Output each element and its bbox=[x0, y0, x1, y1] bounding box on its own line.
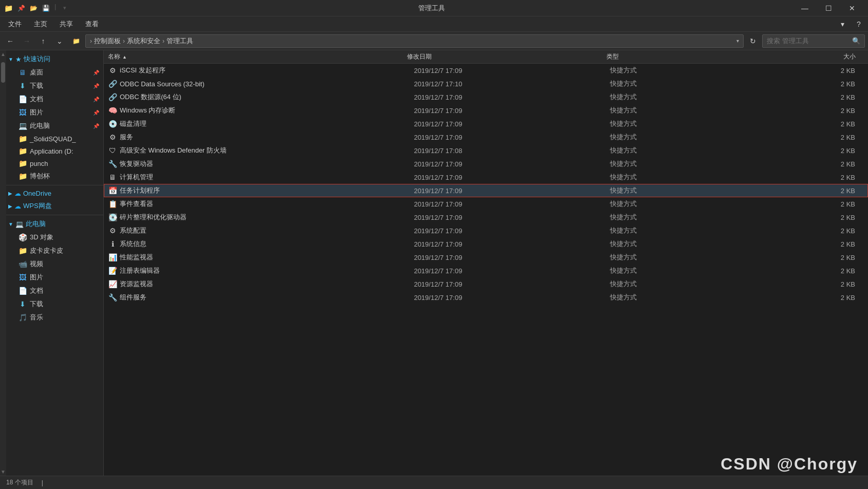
pin-button[interactable]: 📌 bbox=[15, 3, 27, 14]
forward-button[interactable]: → bbox=[20, 34, 34, 48]
address-box[interactable]: › 控制面板 › 系统和安全 › 管理工具 ▾ bbox=[85, 34, 744, 48]
sort-asc-icon: ▲ bbox=[122, 54, 127, 60]
address-path-segment1[interactable]: › bbox=[90, 37, 92, 45]
menu-view[interactable]: 查看 bbox=[79, 17, 105, 31]
table-row[interactable]: ℹ 系统信息 2019/12/7 17:09 快捷方式 2 KB bbox=[104, 237, 868, 251]
col-header-date[interactable]: 修改日期 bbox=[407, 52, 606, 61]
sidebar-item-application[interactable]: 📁 Application (D: bbox=[6, 145, 103, 157]
file-name: ODBC Data Sources (32-bit) bbox=[120, 80, 414, 88]
onedrive-cloud-icon: ☁ bbox=[14, 190, 21, 197]
undo-button[interactable]: ▾ bbox=[59, 3, 70, 14]
file-date: 2019/12/7 17:09 bbox=[414, 254, 610, 261]
sidebar-item-pikachu[interactable]: 📁 皮卡皮卡皮 bbox=[6, 244, 103, 257]
table-row[interactable]: 🖥 计算机管理 2019/12/7 17:09 快捷方式 2 KB bbox=[104, 171, 868, 184]
table-row[interactable]: 🔧 恢复驱动器 2019/12/7 17:09 快捷方式 2 KB bbox=[104, 157, 868, 171]
table-row[interactable]: 📊 性能监视器 2019/12/7 17:09 快捷方式 2 KB bbox=[104, 251, 868, 264]
save-button[interactable]: 💾 bbox=[40, 3, 51, 14]
sidebar-item-punch[interactable]: 📁 punch bbox=[6, 157, 103, 170]
file-type: 快捷方式 bbox=[610, 159, 757, 168]
sidebar-item-download[interactable]: ⬇ 下载 📌 bbox=[6, 79, 103, 92]
sidebar-item-thispc[interactable]: 💻 此电脑 📌 bbox=[6, 119, 103, 133]
main-area: ▲ ▼ ▼ ★ 快速访问 🖥 桌面 📌 ⬇ 下载 📌 📄 文档 📌 🖼 图片 bbox=[0, 50, 868, 476]
sidebar-thispc-header[interactable]: ▼ 💻 此电脑 bbox=[6, 217, 103, 231]
table-row[interactable]: 💿 磁盘清理 2019/12/7 17:09 快捷方式 2 KB bbox=[104, 117, 868, 130]
sidebar-item-bochuangbei[interactable]: 📁 博创杯 bbox=[6, 170, 103, 183]
file-type: 快捷方式 bbox=[610, 239, 757, 249]
file-type: 快捷方式 bbox=[610, 173, 757, 182]
search-input[interactable] bbox=[767, 37, 852, 45]
title-bar-left: 📁 📌 📂 💾 | ▾ bbox=[4, 3, 70, 14]
back-button[interactable]: ← bbox=[3, 34, 17, 48]
file-type: 快捷方式 bbox=[610, 133, 757, 142]
file-type: 快捷方式 bbox=[610, 66, 757, 75]
sidebar-label-video: 视频 bbox=[30, 259, 43, 269]
refresh-button[interactable]: ↻ bbox=[746, 34, 760, 48]
table-row[interactable]: 🔗 ODBC Data Sources (32-bit) 2019/12/7 1… bbox=[104, 77, 868, 90]
sidebar-label-download: 下载 bbox=[30, 81, 43, 90]
menu-home[interactable]: 主页 bbox=[28, 17, 53, 31]
file-name: 服务 bbox=[120, 133, 414, 142]
file-name: 性能监视器 bbox=[120, 253, 414, 262]
menu-chevron-button[interactable]: ▾ bbox=[835, 17, 849, 31]
sidebar-item-desktop[interactable]: 🖥 桌面 📌 bbox=[6, 66, 103, 79]
sidebar-item-pictures2[interactable]: 🖼 图片 bbox=[6, 271, 103, 284]
sidebar-quickaccess-header[interactable]: ▼ ★ 快速访问 bbox=[6, 52, 103, 66]
open-folder-button[interactable]: 📂 bbox=[28, 3, 39, 14]
address-dropdown-icon[interactable]: ▾ bbox=[736, 38, 739, 44]
minimize-button[interactable]: — bbox=[793, 0, 817, 16]
file-name: 高级安全 Windows Defender 防火墙 bbox=[120, 146, 414, 155]
menu-share[interactable]: 共享 bbox=[53, 17, 79, 31]
table-row[interactable]: 🔧 组件服务 2019/12/7 17:09 快捷方式 2 KB bbox=[104, 291, 868, 304]
table-row[interactable]: ⚙ 服务 2019/12/7 17:09 快捷方式 2 KB bbox=[104, 130, 868, 144]
file-size: 2 KB bbox=[757, 134, 863, 141]
sidebar-item-download2[interactable]: ⬇ 下载 bbox=[6, 297, 103, 311]
maximize-button[interactable]: ☐ bbox=[817, 0, 840, 16]
sidebar-item-music[interactable]: 🎵 音乐 bbox=[6, 311, 103, 324]
table-row[interactable]: 💽 碎片整理和优化驱动器 2019/12/7 17:09 快捷方式 2 KB bbox=[104, 211, 868, 224]
address-path-admin-tools[interactable]: 管理工具 bbox=[167, 36, 193, 46]
sidebar-item-pictures[interactable]: 🖼 图片 📌 bbox=[6, 106, 103, 119]
sidebar-wps[interactable]: ▶ ☁ WPS网盘 bbox=[6, 199, 103, 213]
sidebar-item-documents[interactable]: 📄 文档 📌 bbox=[6, 92, 103, 106]
music-icon: 🎵 bbox=[19, 313, 27, 322]
sidebar-label-download2: 下载 bbox=[30, 299, 43, 309]
col-header-type[interactable]: 类型 bbox=[606, 52, 756, 61]
recent-locations-button[interactable]: ⌄ bbox=[52, 34, 67, 48]
table-row[interactable]: ⚙ 系统配置 2019/12/7 17:09 快捷方式 2 KB bbox=[104, 224, 868, 237]
col-header-size[interactable]: 大小 bbox=[756, 52, 864, 61]
table-row[interactable]: 📝 注册表编辑器 2019/12/7 17:09 快捷方式 2 KB bbox=[104, 264, 868, 277]
address-bar: ← → ↑ ⌄ 📁 › 控制面板 › 系统和安全 › 管理工具 ▾ ↻ 🔍 bbox=[0, 32, 868, 50]
search-box[interactable]: 🔍 bbox=[762, 34, 865, 48]
onedrive-label: OneDrive bbox=[23, 190, 51, 197]
sidebar-scrollbar[interactable]: ▲ ▼ bbox=[0, 50, 6, 476]
up-arrow-button[interactable]: ↑ bbox=[36, 34, 50, 48]
table-row[interactable]: 🛡 高级安全 Windows Defender 防火墙 2019/12/7 17… bbox=[104, 144, 868, 157]
close-button[interactable]: ✕ bbox=[840, 0, 864, 16]
wps-label: WPS网盘 bbox=[23, 201, 52, 211]
table-row[interactable]: 📋 事件查看器 2019/12/7 17:09 快捷方式 2 KB bbox=[104, 197, 868, 211]
menu-bar-right: ▾ ? bbox=[835, 17, 866, 31]
menu-file[interactable]: 文件 bbox=[2, 17, 28, 31]
file-date: 2019/12/7 17:09 bbox=[414, 214, 610, 221]
sidebar-item-video[interactable]: 📹 视频 bbox=[6, 257, 103, 271]
table-row[interactable]: 📈 资源监视器 2019/12/7 17:09 快捷方式 2 KB bbox=[104, 277, 868, 291]
col-header-name[interactable]: 名称 ▲ bbox=[108, 52, 407, 61]
sidebar-onedrive[interactable]: ▶ ☁ OneDrive bbox=[6, 187, 103, 199]
address-path-system-security[interactable]: 系统和安全 bbox=[127, 36, 160, 46]
sidebar-item-documents2[interactable]: 📄 文档 bbox=[6, 284, 103, 297]
table-row[interactable]: ⚙ iSCSI 发起程序 2019/12/7 17:09 快捷方式 2 KB bbox=[104, 64, 868, 77]
file-size: 2 KB bbox=[757, 147, 863, 155]
address-path-control-panel[interactable]: 控制面板 bbox=[94, 36, 121, 46]
file-type: 快捷方式 bbox=[610, 293, 757, 302]
table-row[interactable]: 📅 任务计划程序 2019/12/7 17:09 快捷方式 2 KB bbox=[104, 184, 868, 197]
table-row[interactable]: 🧠 Windows 内存诊断 2019/12/7 17:09 快捷方式 2 KB bbox=[104, 104, 868, 117]
file-size: 2 KB bbox=[757, 267, 863, 275]
help-button[interactable]: ? bbox=[852, 17, 866, 31]
sidebar-item-solidsquad[interactable]: 📁 _SolidSQUAD_ bbox=[6, 133, 103, 145]
file-icon: 🔗 bbox=[108, 80, 117, 88]
sidebar-item-3dobjects[interactable]: 🎲 3D 对象 bbox=[6, 231, 103, 244]
status-bar: 18 个项目 | bbox=[0, 476, 868, 489]
file-date: 2019/12/7 17:09 bbox=[414, 107, 610, 115]
file-type: 快捷方式 bbox=[610, 186, 757, 195]
table-row[interactable]: 🔗 ODBC 数据源(64 位) 2019/12/7 17:09 快捷方式 2 … bbox=[104, 90, 868, 104]
